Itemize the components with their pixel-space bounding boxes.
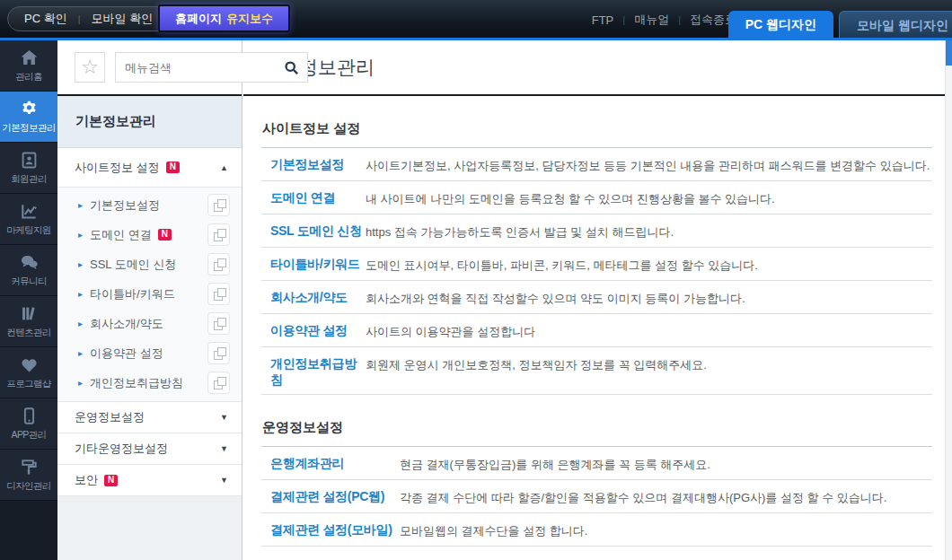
- chevron-down-icon: ▼: [220, 413, 228, 422]
- row-description: https 접속 가능가능하도록 인증서 발급 및 설치 해드립니다.: [366, 221, 932, 241]
- chevron-up-icon: ▲: [220, 163, 228, 172]
- table-row: 개인정보취급방침 회원제 운영시 개인보호정책, 정보책임자 정보를 꼭 입력해…: [261, 347, 932, 395]
- table-row: SSL 도메인 신청 https 접속 가능가능하도록 인증서 발급 및 설치 …: [261, 214, 932, 248]
- row-link[interactable]: 은행계좌관리: [261, 453, 400, 472]
- sidebar-item-community[interactable]: 커뮤니티: [0, 245, 57, 296]
- tab-mobile-webdesign[interactable]: 모바일 웹디자인: [839, 11, 952, 38]
- triangle-bullet-icon: ▸: [78, 378, 83, 388]
- sidebar-item-basic-info[interactable]: 기본정보관리: [0, 92, 57, 143]
- section-site-info: 사이트정보 설정 기본정보설정 사이트기본정보, 사업자등록정보, 담당자정보 …: [261, 120, 932, 395]
- table-row: 결제관련 설정(PC웹) 각종 결제 수단에 따라 할증/할인을 적용할수 있으…: [261, 480, 932, 513]
- new-badge: N: [158, 229, 172, 241]
- row-description: 각종 결제 수단에 따라 할증/할인을 적용할수 있으며 결제대행사(PG사)를…: [400, 486, 932, 507]
- menu-item-domain-connect[interactable]: ▸ 도메인 연결 N: [57, 220, 242, 249]
- row-description: 현금 결재(무통장입금)를 위해 은행계좌를 꼭 등록 해주세요.: [400, 453, 932, 474]
- books-icon: [18, 303, 40, 324]
- home-icon: [18, 48, 40, 68]
- table-row: 회사소개/약도 회사소개와 연혁을 직접 작성할수 있으며 약도 이미지 등록이…: [261, 281, 932, 314]
- mobile-phone-icon: [18, 406, 40, 426]
- mobile-check-button[interactable]: 모바일 확인: [92, 11, 154, 27]
- row-description: 내 사이트에 나만의 도메인을 등록요청 할 수 있으며 진행상황을 볼수 있습…: [366, 188, 932, 208]
- app-sidebar: 관리홈 기본정보관리 회원관리 마케팅지원 커뮤니티 컨텐츠관리: [0, 40, 57, 560]
- top-bar: PC 확인 | 모바일 확인 홈페이지 유지보수 FTP | 매뉴얼 | 접속종…: [0, 0, 952, 38]
- sidebar-item-member-mgmt[interactable]: 회원관리: [0, 143, 57, 194]
- menu-item-terms-setting[interactable]: ▸ 이용약관 설정: [57, 338, 242, 368]
- member-card-icon: [18, 150, 40, 171]
- scrollbar-thumb[interactable]: [946, 40, 952, 66]
- menu-item-titlebar-keyword[interactable]: ▸ 타이틀바/키워드: [57, 279, 242, 309]
- triangle-bullet-icon: ▸: [78, 348, 83, 358]
- sidebar-item-marketing[interactable]: 마케팅지원: [0, 194, 57, 245]
- menu-group-operation-info[interactable]: 운영정보설정 ▼: [57, 402, 242, 433]
- menu-sub-list: ▸ 기본정보설정 ▸ 도메인 연결 N ▸ SSL 도메인 신청 ▸ 타이틀바/…: [57, 188, 242, 402]
- menu-item-company-intro[interactable]: ▸ 회사소개/약도: [57, 309, 242, 338]
- chat-bubbles-icon: [18, 252, 40, 273]
- maintenance-label-suffix: 유지보수: [226, 11, 273, 27]
- heart-icon: [18, 354, 40, 375]
- chevron-down-icon: ▼: [220, 444, 228, 453]
- chart-icon: [18, 201, 40, 222]
- tab-pc-webdesign[interactable]: PC 웹디자인: [728, 11, 833, 38]
- menu-group-site-info[interactable]: 사이트정보 설정 N ▲: [57, 148, 242, 188]
- open-new-window-icon[interactable]: [207, 312, 230, 335]
- open-new-window-icon[interactable]: [207, 253, 230, 276]
- search-icon[interactable]: [283, 59, 300, 76]
- menu-panel-title: 기본정보관리: [57, 96, 242, 148]
- ftp-link[interactable]: FTP: [592, 13, 614, 27]
- homepage-maintenance-button[interactable]: 홈페이지 유지보수: [158, 4, 290, 32]
- row-link[interactable]: 개인정보취급방침: [261, 354, 366, 389]
- menu-search-row: ☆: [57, 40, 242, 96]
- manual-link[interactable]: 매뉴얼: [634, 12, 669, 28]
- sidebar-item-admin-home[interactable]: 관리홈: [0, 40, 57, 92]
- vertical-scrollbar[interactable]: [945, 40, 952, 560]
- section-heading: 운영정보설정: [261, 419, 932, 447]
- menu-item-basic-info-setting[interactable]: ▸ 기본정보설정: [57, 190, 242, 220]
- favorite-button[interactable]: ☆: [75, 52, 105, 83]
- open-new-window-icon[interactable]: [207, 223, 230, 246]
- row-description: 사이트의 이용약관을 설정합니다: [366, 320, 932, 341]
- page-title: 기본정보관리: [243, 40, 945, 96]
- menu-item-privacy-policy[interactable]: ▸ 개인정보취급방침: [57, 368, 242, 398]
- menu-search-box: [115, 52, 308, 83]
- table-row: 결제관련 설정(모바일) 모바일웹의 결제수단을 설정 합니다.: [261, 513, 932, 547]
- open-new-window-icon[interactable]: [207, 283, 230, 305]
- paint-roller-icon: [18, 457, 40, 477]
- row-link[interactable]: 회사소개/약도: [261, 287, 366, 306]
- sidebar-item-design-mgmt[interactable]: 디자인관리: [0, 450, 57, 501]
- menu-group-other-operation-info[interactable]: 기타운영정보설정 ▼: [57, 433, 242, 465]
- new-badge: N: [166, 162, 180, 173]
- menu-group-security[interactable]: 보안 N ▼: [57, 465, 242, 496]
- main-content: 기본정보관리 사이트정보 설정 기본정보설정 사이트기본정보, 사업자등록정보,…: [243, 40, 945, 560]
- pc-check-button[interactable]: PC 확인: [24, 11, 67, 27]
- sidebar-item-contents[interactable]: 컨텐츠관리: [0, 296, 57, 347]
- row-description: 모바일웹의 결제수단을 설정 합니다.: [400, 520, 932, 540]
- new-badge: N: [104, 475, 118, 486]
- row-link[interactable]: 이용약관 설정: [261, 320, 366, 339]
- star-icon: ☆: [81, 57, 99, 77]
- open-new-window-icon[interactable]: [207, 372, 230, 394]
- table-row: 도메인 연결 내 사이트에 나만의 도메인을 등록요청 할 수 있으며 진행상황…: [261, 181, 932, 214]
- menu-item-ssl-domain[interactable]: ▸ SSL 도메인 신청: [57, 249, 242, 279]
- row-description: 사이트기본정보, 사업자등록정보, 담당자정보 등등 기본적인 내용을 관리하며…: [366, 154, 932, 175]
- row-link[interactable]: 기본정보설정: [261, 154, 366, 173]
- link-divider: |: [678, 14, 681, 25]
- gear-icon: [18, 99, 40, 119]
- row-link[interactable]: SSL 도메인 신청: [261, 221, 366, 240]
- triangle-bullet-icon: ▸: [78, 200, 83, 210]
- table-row: 은행계좌관리 현금 결재(무통장입금)를 위해 은행계좌를 꼭 등록 해주세요.: [261, 447, 932, 480]
- sidebar-item-app-mgmt[interactable]: APP관리: [0, 398, 57, 450]
- sidebar-item-program-shop[interactable]: 프로그램샵: [0, 347, 57, 398]
- row-link[interactable]: 타이틀바/키워드: [261, 254, 366, 273]
- menu-search-input[interactable]: [125, 61, 283, 74]
- triangle-bullet-icon: ▸: [78, 319, 83, 328]
- table-row: 기본정보설정 사이트기본정보, 사업자등록정보, 담당자정보 등등 기본적인 내…: [261, 148, 932, 181]
- row-link[interactable]: 도메인 연결: [261, 188, 366, 206]
- row-link[interactable]: 결제관련 설정(모바일): [261, 520, 400, 538]
- row-description: 회사소개와 연혁을 직접 작성할수 있으며 약도 이미지 등록이 가능합니다.: [366, 287, 932, 308]
- accent-line: [0, 38, 952, 40]
- open-new-window-icon[interactable]: [207, 342, 230, 364]
- section-operation-info: 운영정보설정 은행계좌관리 현금 결재(무통장입금)를 위해 은행계좌를 꼭 등…: [261, 419, 932, 547]
- open-new-window-icon[interactable]: [207, 194, 230, 216]
- menu-panel: ☆ 기본정보관리 사이트정보 설정 N ▲ ▸ 기본정보설정 ▸ 도메인 연결 …: [57, 40, 242, 560]
- row-link[interactable]: 결제관련 설정(PC웹): [261, 486, 400, 505]
